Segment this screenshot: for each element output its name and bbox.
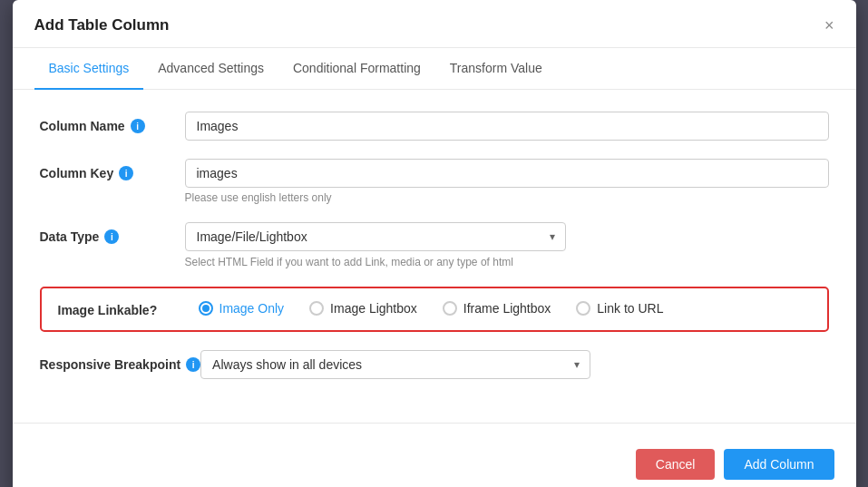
responsive-breakpoint-info-icon[interactable]: i	[186, 357, 200, 372]
add-table-column-modal: Add Table Column × Basic Settings Advanc…	[13, 0, 856, 487]
radio-image-only[interactable]: Image Only	[199, 301, 285, 316]
radio-image-lightbox[interactable]: Image Lightbox	[309, 301, 417, 316]
column-key-row: Column Key i Please use english letters …	[40, 159, 829, 204]
tab-transform-value[interactable]: Transform Value	[435, 48, 557, 90]
data-type-info-icon[interactable]: i	[104, 229, 119, 244]
radio-image-only-label: Image Only	[219, 301, 285, 316]
responsive-breakpoint-control: Always show in all devices Mobile only T…	[200, 350, 828, 379]
close-button[interactable]: ×	[824, 17, 834, 34]
column-key-label: Column Key i	[40, 159, 185, 180]
data-type-select[interactable]: Image/File/Lightbox Text Number HTML	[185, 222, 566, 251]
data-type-control: Image/File/Lightbox Text Number HTML ▾ S…	[185, 222, 829, 268]
column-key-control: Please use english letters only	[185, 159, 829, 204]
column-key-info-icon[interactable]: i	[119, 166, 133, 180]
column-name-row: Column Name i	[40, 112, 829, 141]
modal-header: Add Table Column ×	[13, 0, 856, 48]
responsive-breakpoint-row: Responsive Breakpoint i Always show in a…	[40, 350, 829, 379]
column-name-info-icon[interactable]: i	[131, 119, 145, 133]
radio-link-to-url[interactable]: Link to URL	[576, 301, 663, 316]
radio-iframe-lightbox[interactable]: Iframe Lightbox	[443, 301, 551, 316]
modal-body: Column Name i Column Key i Please use en…	[13, 90, 856, 415]
data-type-hint: Select HTML Field if you want to add Lin…	[185, 256, 829, 268]
modal-footer: Cancel Add Column	[13, 438, 856, 487]
tab-bar: Basic Settings Advanced Settings Conditi…	[13, 48, 856, 90]
radio-link-to-url-label: Link to URL	[597, 301, 663, 316]
column-key-input[interactable]	[185, 159, 829, 188]
responsive-breakpoint-select-wrapper: Always show in all devices Mobile only T…	[200, 350, 590, 379]
column-key-hint: Please use english letters only	[185, 191, 829, 204]
data-type-label: Data Type i	[40, 222, 185, 244]
image-linkable-radio-group: Image Only Image Lightbox Iframe Lightbo…	[199, 301, 664, 316]
responsive-breakpoint-label: Responsive Breakpoint i	[40, 350, 201, 372]
radio-link-to-url-input[interactable]	[576, 301, 590, 316]
radio-iframe-lightbox-label: Iframe Lightbox	[463, 301, 551, 316]
column-name-control	[185, 112, 829, 141]
cancel-button[interactable]: Cancel	[636, 449, 716, 480]
footer-divider	[13, 423, 856, 424]
tab-conditional-formatting[interactable]: Conditional Formatting	[278, 48, 435, 90]
radio-image-lightbox-input[interactable]	[309, 301, 324, 316]
image-linkable-row: Image Linkable? Image Only Image Lightbo…	[40, 287, 829, 332]
column-name-input[interactable]	[185, 112, 829, 141]
responsive-breakpoint-select[interactable]: Always show in all devices Mobile only T…	[200, 350, 590, 379]
tab-advanced-settings[interactable]: Advanced Settings	[143, 48, 278, 90]
radio-iframe-lightbox-input[interactable]	[443, 301, 457, 316]
radio-image-only-input[interactable]	[199, 301, 213, 316]
radio-image-lightbox-label: Image Lightbox	[330, 301, 417, 316]
tab-basic-settings[interactable]: Basic Settings	[34, 48, 144, 90]
add-column-button[interactable]: Add Column	[724, 449, 834, 480]
column-name-label: Column Name i	[40, 112, 185, 133]
image-linkable-label: Image Linkable?	[58, 301, 199, 317]
data-type-select-wrapper: Image/File/Lightbox Text Number HTML ▾	[185, 222, 566, 251]
data-type-row: Data Type i Image/File/Lightbox Text Num…	[40, 222, 829, 268]
modal-title: Add Table Column	[34, 16, 170, 34]
